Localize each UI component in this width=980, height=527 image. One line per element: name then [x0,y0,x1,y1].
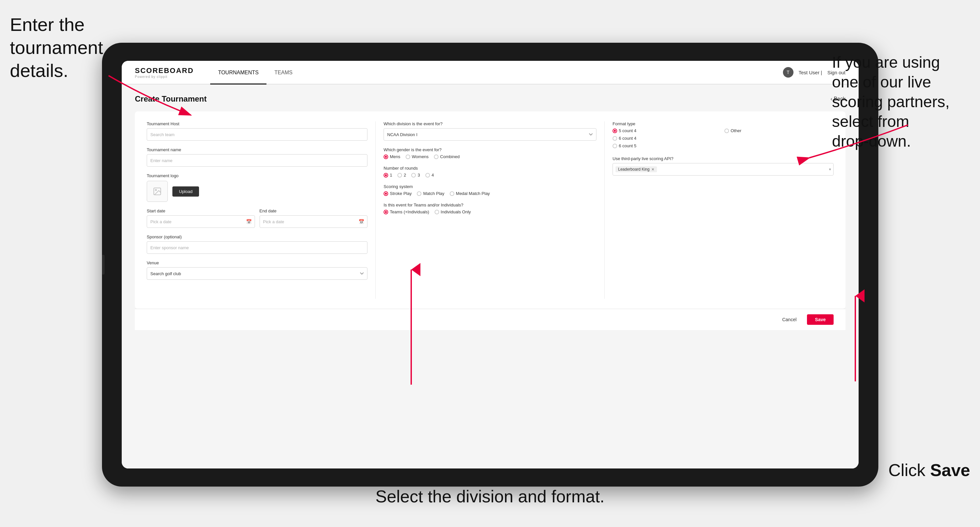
scoring-group: Scoring system Stroke Play Match Play [383,184,597,196]
tournament-logo-label: Tournament logo [147,173,368,178]
rounds-2-radio[interactable] [398,173,402,178]
rounds-label: Number of rounds [383,166,597,171]
form-col-2: Which division is the event for? NCAA Di… [376,121,605,299]
upload-button[interactable]: Upload [172,186,199,197]
brand-name: SCOREBOARD [135,67,194,75]
division-select[interactable]: NCAA Division I [383,128,597,141]
scoring-match[interactable]: Match Play [417,191,444,196]
rounds-3-radio[interactable] [411,173,416,178]
annotation-bottom-center: Select the division and format. [375,486,605,507]
scoring-label: Scoring system [383,184,597,189]
nav-teams[interactable]: TEAMS [266,62,300,84]
tournament-name-group: Tournament name [147,147,368,167]
division-select-wrapper: NCAA Division I [383,128,597,141]
scoring-match-radio[interactable] [417,191,422,196]
tournament-host-input[interactable] [147,128,368,141]
event-individuals[interactable]: Individuals Only [434,210,471,214]
format-type-label: Format type [612,121,834,126]
scoring-stroke-radio[interactable] [383,191,388,196]
venue-group: Venue Search golf club [147,260,368,280]
format-other-radio[interactable] [724,129,729,133]
gender-womens-radio[interactable] [406,154,410,159]
start-date-group: Start date 📅 [147,208,255,228]
form-footer: Cancel Save [135,309,845,330]
gender-mens-radio[interactable] [383,154,388,159]
scoring-medal-match-radio[interactable] [450,191,454,196]
live-scoring-label: Use third-party live scoring API? [612,156,834,161]
format-other[interactable]: Other [724,128,834,133]
gender-combined-radio[interactable] [434,154,439,159]
date-row: Start date 📅 End date 📅 [147,208,368,228]
format-6count5[interactable]: 6 count 5 [612,143,722,148]
venue-label: Venue [147,260,368,265]
nav-tournaments[interactable]: TOURNAMENTS [210,62,266,84]
event-teams-radio[interactable] [383,210,388,214]
sponsor-group: Sponsor (optional) [147,234,368,254]
rounds-1[interactable]: 1 [383,173,392,178]
event-teams[interactable]: Teams (+Individuals) [383,210,429,214]
dates-group: Start date 📅 End date 📅 [147,208,368,228]
gender-womens[interactable]: Womens [406,154,429,159]
annotation-bottom-right: Click Save [888,460,970,481]
live-scoring-tag-input[interactable]: Leaderboard King × [612,163,834,176]
rounds-3[interactable]: 3 [411,173,420,178]
image-icon [153,187,162,196]
rounds-4[interactable]: 4 [425,173,434,178]
calendar-icon-start: 📅 [246,219,252,224]
format-5count4[interactable]: 5 count 4 [612,128,722,133]
sponsor-input[interactable] [147,241,368,254]
event-individuals-radio[interactable] [434,210,439,214]
calendar-icon-end: 📅 [359,219,364,224]
end-date-wrapper: 📅 [259,215,368,228]
scoring-stroke[interactable]: Stroke Play [383,191,412,196]
format-type-group: Format type 5 count 4 Other [612,121,834,148]
brand-sub: Powered by clippit [135,75,194,79]
side-button [102,255,105,275]
tournament-host-label: Tournament Host [147,121,368,126]
format-6count5-radio[interactable] [612,144,617,148]
format-6count4[interactable]: 6 count 4 [612,136,722,141]
page-content: Create Tournament Back Tournament Host T… [122,84,859,468]
format-options-grid: 5 count 4 Other 6 count 4 [612,128,834,148]
start-date-input[interactable] [147,215,255,228]
save-button[interactable]: Save [807,314,834,325]
rounds-4-radio[interactable] [425,173,430,178]
user-avatar: T [783,67,794,78]
gender-mens[interactable]: Mens [383,154,400,159]
format-5count4-radio[interactable] [612,129,617,133]
tournament-name-input[interactable] [147,154,368,167]
form-container: Tournament Host Tournament name Tourname… [135,111,845,309]
event-type-label: Is this event for Teams and/or Individua… [383,203,597,208]
annotation-top-right: If you are using one of our live scoring… [832,52,970,151]
event-type-group: Is this event for Teams and/or Individua… [383,203,597,214]
division-label: Which division is the event for? [383,121,597,126]
tablet-shell: SCOREBOARD Powered by clippit TOURNAMENT… [102,43,878,487]
rounds-1-radio[interactable] [383,173,388,178]
live-scoring-input-wrapper: Leaderboard King × ▾ [612,163,834,176]
form-col-3: Format type 5 count 4 Other [605,121,834,299]
brand: SCOREBOARD Powered by clippit [135,67,194,79]
cancel-button[interactable]: Cancel [776,314,803,325]
tournament-logo-group: Tournament logo Upload [147,173,368,202]
tablet-screen: SCOREBOARD Powered by clippit TOURNAMENT… [122,61,859,468]
start-date-label: Start date [147,208,255,213]
user-label: Test User | [799,70,822,75]
navbar: SCOREBOARD Powered by clippit TOURNAMENT… [122,61,859,84]
tag-remove-button[interactable]: × [651,167,654,171]
tournament-name-label: Tournament name [147,147,368,152]
venue-select[interactable]: Search golf club [147,267,368,280]
gender-combined[interactable]: Combined [434,154,460,159]
start-date-wrapper: 📅 [147,215,255,228]
format-6count4-radio[interactable] [612,136,617,141]
division-group: Which division is the event for? NCAA Di… [383,121,597,141]
rounds-radio-group: 1 2 3 4 [383,173,597,178]
end-date-input[interactable] [259,215,368,228]
live-scoring-group: Use third-party live scoring API? Leader… [612,156,834,176]
tournament-host-group: Tournament Host [147,121,368,141]
scoring-medal-match[interactable]: Medal Match Play [450,191,490,196]
end-date-group: End date 📅 [259,208,368,228]
sponsor-label: Sponsor (optional) [147,234,368,239]
gender-label: Which gender is the event for? [383,147,597,152]
rounds-2[interactable]: 2 [398,173,406,178]
form-col-1: Tournament Host Tournament name Tourname… [147,121,376,299]
